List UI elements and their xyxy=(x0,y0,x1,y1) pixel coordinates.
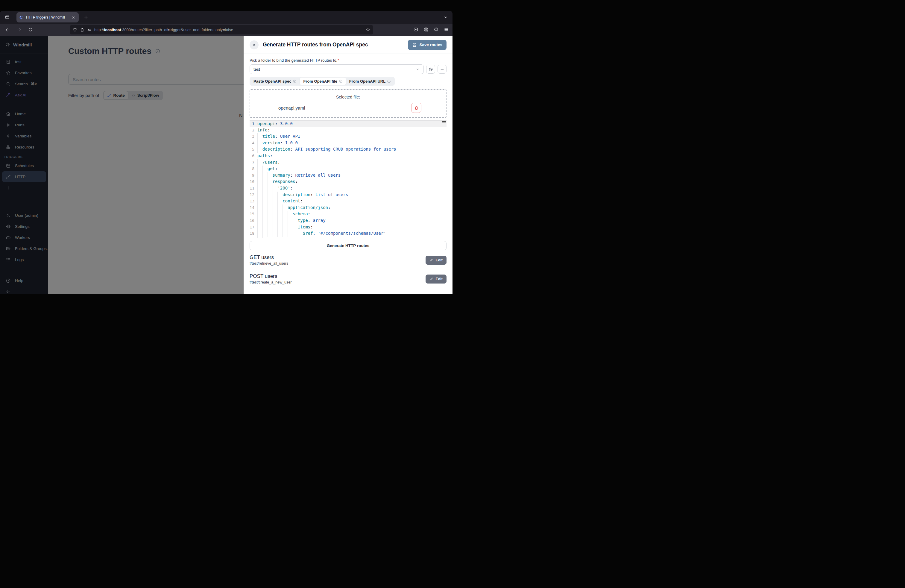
windmill-logo-icon xyxy=(5,42,11,48)
filter-chip-script-flow[interactable]: Script/Flow xyxy=(128,91,162,99)
menu-icon[interactable] xyxy=(442,25,451,34)
route-item: GET users f/test/retrieve_all_users Edit xyxy=(249,254,446,265)
line-number: 19 xyxy=(249,237,257,238)
code-editor[interactable]: 1openapi: 3.0.02info:3 title: User API4 … xyxy=(249,120,446,238)
code-line[interactable]: 12 description: List of users xyxy=(249,192,446,198)
code-line[interactable]: 19 post: xyxy=(249,237,446,238)
list-icon xyxy=(6,257,11,262)
code-line[interactable]: 11 '200': xyxy=(249,185,446,192)
pocket-icon[interactable] xyxy=(411,25,420,34)
code-line[interactable]: 4 version: 1.0.0 xyxy=(249,140,446,146)
edit-route-button[interactable]: Edit xyxy=(426,256,446,265)
code-line[interactable]: 17 items: xyxy=(249,224,446,230)
back-button[interactable] xyxy=(3,25,12,35)
tab-strip: HTTP triggers | Windmill xyxy=(0,11,452,24)
generated-routes-list: GET users f/test/retrieve_all_users Edit… xyxy=(249,254,446,284)
selected-file-box: Selected file: openapi.yaml xyxy=(249,89,446,118)
drawer-title: Generate HTTP routes from OpenAPI spec xyxy=(263,41,408,48)
scrollbar-thumb[interactable] xyxy=(442,121,446,122)
line-number: 13 xyxy=(249,198,257,205)
shield-icon[interactable] xyxy=(73,27,77,32)
sidebar-item-schedules[interactable]: Schedules xyxy=(2,160,46,171)
close-drawer-button[interactable] xyxy=(249,40,259,49)
code-line[interactable]: 6paths: xyxy=(249,153,446,159)
code-line[interactable]: 16 type: array xyxy=(249,217,446,224)
code-line[interactable]: 1openapi: 3.0.0 xyxy=(249,120,446,127)
sidebar-item-help[interactable]: Help xyxy=(2,275,46,286)
sidebar-item-logs[interactable]: Logs xyxy=(2,254,46,265)
plus-icon xyxy=(6,185,11,191)
code-line[interactable]: 3 title: User API xyxy=(249,133,446,140)
view-folder-button[interactable] xyxy=(426,65,435,74)
pencil-icon xyxy=(429,277,433,281)
line-number: 11 xyxy=(249,185,257,192)
code-line[interactable]: 10 responses: xyxy=(249,178,446,185)
info-icon xyxy=(387,79,391,83)
sidebar-item-runs[interactable]: Runs xyxy=(2,119,46,130)
sidebar-item-test[interactable]: test xyxy=(2,56,46,67)
sidebar-item-add-trigger[interactable] xyxy=(2,182,46,194)
sidebar-item-settings[interactable]: Settings xyxy=(2,221,46,232)
line-number: 12 xyxy=(249,192,257,198)
sidebar-item-http[interactable]: HTTP xyxy=(2,171,46,182)
tab-close-icon[interactable] xyxy=(70,14,76,21)
browser-tab[interactable]: HTTP triggers | Windmill xyxy=(16,12,79,22)
line-number: 8 xyxy=(249,165,257,172)
workspace-logo[interactable]: Windmill xyxy=(0,36,48,54)
sidebar-item-favorites[interactable]: Favorites xyxy=(2,67,46,78)
code-line[interactable]: 9 summary: Retrieve all users xyxy=(249,172,446,179)
line-number: 6 xyxy=(249,153,257,159)
sidebar-item-resources[interactable]: Resources xyxy=(2,141,46,153)
code-line[interactable]: 13 content: xyxy=(249,198,446,205)
permissions-icon[interactable] xyxy=(87,27,92,32)
arrow-left-icon xyxy=(6,289,11,294)
code-line[interactable]: 8 get: xyxy=(249,165,446,172)
code-line[interactable]: 15 schema: xyxy=(249,211,446,217)
folder-select[interactable]: test xyxy=(249,64,424,74)
code-line[interactable]: 14 application/json: xyxy=(249,205,446,211)
url-bar[interactable]: http://localhost:3000/routes?filter_path… xyxy=(70,25,373,35)
tab-from-openapi-file[interactable]: From OpenAPI file xyxy=(300,78,346,85)
filter-chip-route[interactable]: Route xyxy=(104,91,128,99)
account-icon[interactable] xyxy=(421,25,430,34)
sidebar-item-home[interactable]: Home xyxy=(2,108,46,119)
tab-from-openapi-url[interactable]: From OpenAPI URL xyxy=(346,78,394,85)
edit-route-button[interactable]: Edit xyxy=(426,275,446,283)
bookmark-star-icon[interactable] xyxy=(366,27,370,32)
sidebar-item-ask-ai[interactable]: Ask AI xyxy=(2,89,46,100)
sidebar-item-collapse[interactable] xyxy=(2,286,46,294)
info-icon[interactable] xyxy=(155,49,160,54)
list-all-tabs-icon[interactable] xyxy=(441,13,450,22)
page-info-icon[interactable] xyxy=(80,27,84,32)
remove-file-button[interactable] xyxy=(411,103,421,113)
firefox-view-icon[interactable] xyxy=(3,13,12,22)
add-folder-button[interactable] xyxy=(438,65,446,74)
sidebar-item-workers[interactable]: Workers xyxy=(2,232,46,243)
line-number: 7 xyxy=(249,159,257,166)
line-number: 16 xyxy=(249,217,257,224)
code-line[interactable]: 5 description: API supporting CRUD opera… xyxy=(249,146,446,153)
tab-paste-openapi-spec[interactable]: Paste OpenAPI spec xyxy=(250,78,300,85)
code-icon xyxy=(132,94,136,98)
chevron-down-icon xyxy=(416,67,420,71)
route-path: f/test/retrieve_all_users xyxy=(249,261,288,265)
reload-button[interactable] xyxy=(26,25,35,35)
page-title: Custom HTTP routes xyxy=(68,46,151,56)
code-line[interactable]: 7 /users: xyxy=(249,159,446,166)
sidebar-item-user[interactable]: User (admin) xyxy=(2,210,46,221)
new-tab-button[interactable] xyxy=(81,13,90,22)
sidebar-item-variables[interactable]: Variables xyxy=(2,130,46,141)
sidebar-item-folders-groups[interactable]: Folders & Groups... xyxy=(2,243,46,254)
sidebar-item-search[interactable]: Search⌘k xyxy=(2,78,46,89)
route-title: POST users xyxy=(249,273,292,279)
forward-button[interactable] xyxy=(14,25,23,35)
required-asterisk: * xyxy=(338,58,339,63)
empty-state-text: N xyxy=(239,113,243,119)
extensions-icon[interactable] xyxy=(432,25,441,34)
generate-routes-button[interactable]: Generate HTTP routes xyxy=(249,241,446,250)
code-line[interactable]: 2info: xyxy=(249,127,446,133)
save-routes-button[interactable]: Save routes xyxy=(408,40,446,50)
code-line[interactable]: 18 $ref: '#/components/schemas/User' xyxy=(249,230,446,237)
windmill-favicon-icon xyxy=(19,15,24,20)
star-icon xyxy=(6,70,11,75)
